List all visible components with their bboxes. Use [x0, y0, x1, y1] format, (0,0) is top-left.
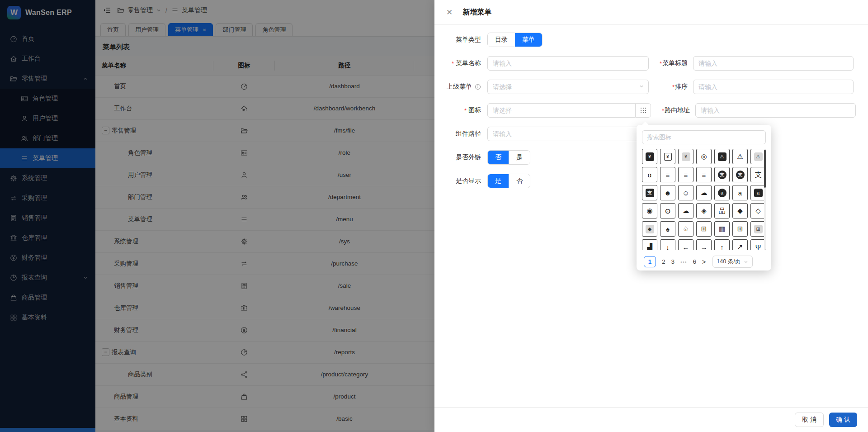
component-path-input[interactable]: [487, 127, 651, 141]
icon-appstore-filled[interactable]: ▦: [714, 221, 730, 237]
icon-area-chart[interactable]: ▟: [642, 239, 657, 250]
icon-grid-scrollbar: [764, 149, 766, 250]
icon-aliwangwang-filled[interactable]: ☻: [660, 185, 675, 200]
icon-amazon-circle-filled[interactable]: a: [714, 185, 730, 200]
drawer-footer: 取 消 确 认: [434, 407, 868, 432]
icon-api-outlined[interactable]: ◇: [750, 203, 766, 218]
icon-search-input[interactable]: [642, 130, 766, 144]
icon-ant-cloud[interactable]: ☁: [678, 203, 693, 218]
field-label-external-link: 是否外链: [445, 153, 481, 161]
field-label-parent-menu: 上级菜单: [445, 83, 481, 91]
cancel-button[interactable]: 取 消: [795, 413, 824, 427]
field-label-component-path: 组件路径: [445, 130, 481, 138]
icon-appstore-add[interactable]: ⊞: [696, 221, 712, 237]
icon-align-center[interactable]: ≡: [660, 167, 675, 182]
pagination-next-icon[interactable]: >: [702, 258, 706, 266]
icon-api-twotone[interactable]: ◆: [642, 221, 657, 237]
icon-alipay-circle-filled[interactable]: 支: [714, 167, 730, 182]
icon-select-input[interactable]: [487, 103, 636, 118]
external-link-radio-group: 否 是: [487, 150, 530, 165]
icon-arrow-right[interactable]: →: [696, 239, 712, 250]
icon-account-book-filled[interactable]: ¥: [642, 149, 657, 164]
icon-ant-design[interactable]: ◈: [696, 203, 712, 218]
icon-apartment[interactable]: 品: [714, 203, 730, 218]
visible-radio-group: 是 否: [487, 174, 530, 188]
menu-type-option-directory[interactable]: 目录: [488, 33, 515, 47]
route-input[interactable]: [695, 103, 856, 118]
icon-aim[interactable]: ◎: [696, 149, 712, 164]
info-circle-icon: [475, 84, 481, 90]
icon-aliyun[interactable]: ☁: [696, 185, 712, 200]
icon-pagination: 123•••6>140 条/页: [642, 256, 766, 268]
icon-aliwangwang-outlined[interactable]: ☺: [678, 185, 693, 200]
icon-align-left[interactable]: ≡: [678, 167, 693, 182]
icon-apple-outlined[interactable]: ♤: [678, 221, 693, 237]
icon-alibaba[interactable]: ɑ: [642, 167, 657, 182]
icon-alert-outlined[interactable]: ⚠: [732, 149, 748, 164]
field-label-menu-type: 菜单类型: [445, 36, 481, 44]
icon-account-book-twotone[interactable]: ¥: [678, 149, 693, 164]
icon-grid: ¥¥¥◎⚠⚠⚠ɑ≡≡≡支支支支☻☺☁aaa◉ʘ☁◈品◆◇◆♠♤⊞▦⊞⊞▟↓←→↑…: [642, 149, 762, 250]
menu-name-input[interactable]: [487, 56, 649, 71]
pagination-page-2[interactable]: 2: [662, 258, 665, 265]
visible-option-yes[interactable]: 是: [488, 174, 509, 188]
icon-appstore-twotone[interactable]: ⊞: [750, 221, 766, 237]
icon-alipay-square-filled[interactable]: 支: [642, 185, 657, 200]
pagination-page-1[interactable]: 1: [644, 256, 656, 267]
icon-apple-filled[interactable]: ♠: [660, 221, 675, 237]
icon-align-right[interactable]: ≡: [696, 167, 712, 182]
chevron-down-icon: [743, 259, 749, 265]
sort-input[interactable]: [693, 80, 854, 94]
icon-audio[interactable]: Ψ: [750, 239, 766, 250]
field-label-menu-title: *菜单标题: [649, 59, 688, 67]
external-link-option-no[interactable]: 否: [488, 151, 509, 164]
parent-menu-select[interactable]: [487, 80, 649, 94]
icon-picker-popup: ¥¥¥◎⚠⚠⚠ɑ≡≡≡支支支支☻☺☁aaa◉ʘ☁◈品◆◇◆♠♤⊞▦⊞⊞▟↓←→↑…: [637, 125, 771, 271]
field-label-icon: *图标: [445, 106, 481, 114]
icon-arrow-up[interactable]: ↑: [714, 239, 730, 250]
icon-alipay-circle-outlined[interactable]: 支: [732, 167, 748, 182]
icon-amazon-square-filled[interactable]: a: [750, 185, 766, 200]
drawer-title: 新增菜单: [462, 8, 491, 17]
menu-type-option-menu[interactable]: 菜单: [515, 33, 542, 47]
page-size-select[interactable]: 140 条/页: [712, 256, 753, 268]
icon-alipay-outlined[interactable]: 支: [750, 167, 766, 182]
menu-title-input[interactable]: [693, 56, 854, 71]
visible-option-no[interactable]: 否: [509, 174, 530, 188]
close-icon[interactable]: ✕: [446, 9, 453, 16]
scrollbar-thumb[interactable]: [764, 150, 766, 188]
confirm-button[interactable]: 确 认: [829, 413, 857, 427]
menu-type-radio-group: 目录 菜单: [487, 33, 542, 47]
icon-arrow-down[interactable]: ↓: [660, 239, 675, 250]
field-label-route: *路由地址: [651, 106, 690, 114]
icon-appstore-outlined[interactable]: ⊞: [732, 221, 748, 237]
icon-arrow-left[interactable]: ←: [678, 239, 693, 250]
icon-api-filled[interactable]: ◆: [732, 203, 748, 218]
icon-arrows-alt[interactable]: ↗: [732, 239, 748, 250]
external-link-option-yes[interactable]: 是: [509, 151, 530, 164]
grid-dots-icon: [641, 108, 642, 109]
icon-account-book-outlined[interactable]: ¥: [660, 149, 675, 164]
icon-picker-button[interactable]: [636, 103, 651, 118]
icon-android-outlined[interactable]: ʘ: [660, 203, 675, 218]
icon-alert-twotone[interactable]: ⚠: [750, 149, 766, 164]
app-root: W WanSen ERP 首页工作台零售管理角色管理用户管理部门管理菜单管理系统…: [0, 0, 868, 432]
field-label-sort: *排序: [649, 83, 688, 91]
page-size-value: 140 条/页: [717, 258, 741, 266]
icon-amazon-outlined[interactable]: a: [732, 185, 748, 200]
pagination-page-6[interactable]: 6: [693, 258, 697, 265]
pagination-ellipsis[interactable]: •••: [680, 259, 687, 265]
pagination-page-3[interactable]: 3: [671, 258, 675, 265]
field-label-menu-name: *菜单名称: [445, 59, 481, 67]
icon-alert-filled[interactable]: ⚠: [714, 149, 730, 164]
field-label-visible: 是否显示: [445, 177, 481, 185]
icon-android-filled[interactable]: ◉: [642, 203, 657, 218]
drawer-header: ✕ 新增菜单: [434, 0, 868, 25]
